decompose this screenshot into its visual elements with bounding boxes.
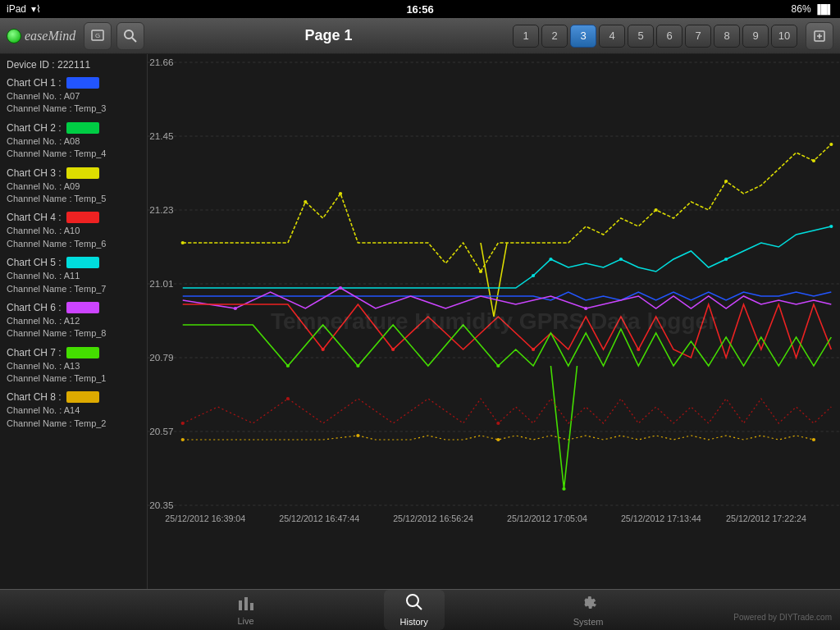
chart-svg: 21.66 21.45 21.23 21.01 20.79 20.57 20.3… [148,54,840,589]
tab-system[interactable]: System [557,590,620,630]
channel-label-3: Chart CH 3 : [7,167,62,179]
page-tab-7[interactable]: 7 [685,25,711,48]
wifi-icon: ▾⌇ [31,3,41,15]
svg-point-32 [724,258,728,261]
channel-item-3: Chart CH 3 : Channel No. : A09 Channel N… [7,167,140,206]
status-right: 86% ▐█▌ [792,3,833,15]
page-tab-3[interactable]: 3 [570,25,596,48]
channel-no-1: Channel No. : A07 [7,90,140,103]
channel-name-2: Channel Name : Temp_4 [7,148,140,160]
svg-point-43 [496,364,500,368]
svg-point-40 [637,348,640,351]
svg-point-51 [812,438,815,441]
page-tab-8[interactable]: 8 [714,25,740,48]
status-bar: iPad ▾⌇ 16:56 86% ▐█▌ [0,0,840,18]
channel-no-5: Channel No. : A11 [7,270,140,282]
channel-header-8: Chart CH 8 : [7,391,140,403]
tab-live-label: Live [237,616,253,626]
page-tab-6[interactable]: 6 [656,25,682,48]
page-tab-4[interactable]: 4 [599,25,625,48]
svg-point-45 [181,422,185,425]
channel-no-3: Channel No. : A09 [7,180,140,193]
channel-color-4 [66,212,99,223]
svg-point-30 [549,258,552,261]
channel-no-7: Channel No. : A13 [7,360,140,372]
tab-history[interactable]: History [384,590,445,630]
sidebar: Device ID : 222111 Chart CH 1 : Channel … [0,54,148,589]
page-tab-10[interactable]: 10 [771,25,797,48]
channel-header-2: Chart CH 2 : [7,122,140,134]
channel-name-4: Channel Name : Temp_6 [7,238,140,250]
nav-bar: easeMind G Page 1 12345678910 [0,18,840,54]
svg-point-36 [584,307,587,310]
channel-color-2 [66,122,99,134]
search-button[interactable] [116,22,144,50]
svg-line-62 [417,605,422,609]
page-tabs: 12345678910 [513,25,797,48]
svg-point-29 [532,274,535,277]
channel-name-1: Channel Name : Temp_3 [7,103,140,115]
channel-header-3: Chart CH 3 : [7,167,140,179]
logo-text: easeMind [25,29,75,43]
svg-point-25 [655,208,658,212]
svg-point-44 [562,487,565,491]
channel-no-4: Channel No. : A10 [7,225,140,237]
svg-point-46 [286,397,290,400]
svg-point-23 [339,192,342,195]
svg-point-49 [356,434,359,437]
svg-rect-58 [239,600,242,610]
channel-color-6 [66,302,99,313]
channel-header-6: Chart CH 6 : [7,302,140,313]
svg-point-21 [181,241,185,244]
svg-point-47 [496,422,500,425]
battery-percent: 86% [792,3,811,15]
powered-by: Powered by DIYTrade.com [733,613,832,622]
svg-point-42 [356,364,359,368]
channel-header-4: Chart CH 4 : [7,212,140,223]
edit-button[interactable] [806,22,833,50]
svg-point-61 [407,595,418,606]
channel-color-7 [66,347,99,358]
channel-item-1: Chart CH 1 : Channel No. : A07 Channel N… [7,77,140,116]
tab-history-label: History [400,617,428,627]
status-left: iPad ▾⌇ [7,3,41,15]
tab-live[interactable]: Live [221,591,272,629]
page-tab-9[interactable]: 9 [742,25,769,48]
channel-item-5: Chart CH 5 : Channel No. : A11 Channel N… [7,257,140,295]
page-tab-2[interactable]: 2 [541,25,568,48]
channel-label-7: Chart CH 7 : [7,347,62,358]
channel-color-5 [66,257,99,268]
channel-no-2: Channel No. : A08 [7,135,140,148]
device-id: Device ID : 222111 [7,59,140,71]
channel-item-4: Chart CH 4 : Channel No. : A10 Channel N… [7,212,140,250]
export-button[interactable]: G [84,22,112,50]
channel-label-1: Chart CH 1 : [7,77,62,89]
channel-item-7: Chart CH 7 : Channel No. : A13 Channel N… [7,347,140,386]
svg-text:25/12/2012 17:22:24: 25/12/2012 17:22:24 [726,514,806,523]
svg-point-35 [339,286,342,290]
channel-color-1 [66,77,99,89]
svg-text:G: G [95,32,100,39]
channel-label-5: Chart CH 5 : [7,257,62,268]
chart-area: Temperature Humidity GPRS Data logger 21… [148,54,840,589]
gear-icon [579,593,597,615]
svg-line-3 [132,38,136,42]
svg-point-22 [304,200,307,203]
page-tab-1[interactable]: 1 [513,25,539,48]
channel-label-6: Chart CH 6 : [7,302,62,313]
svg-point-27 [812,159,815,162]
svg-point-33 [829,225,833,228]
tab-bar: Live History System Powered by DIYTrade.… [0,589,840,630]
svg-point-31 [619,258,623,261]
page-tab-5[interactable]: 5 [628,25,654,48]
channel-name-5: Channel Name : Temp_7 [7,283,140,295]
app-logo: easeMind [7,29,75,43]
svg-text:20.79: 20.79 [149,353,173,363]
channel-item-8: Chart CH 8 : Channel No. : A14 Channel N… [7,391,140,430]
svg-text:21.01: 21.01 [149,279,173,289]
channel-color-8 [66,391,99,403]
svg-point-41 [286,364,290,368]
ipad-label: iPad [7,3,26,15]
svg-text:21.45: 21.45 [149,131,173,141]
svg-text:25/12/2012 16:47:44: 25/12/2012 16:47:44 [279,514,359,523]
